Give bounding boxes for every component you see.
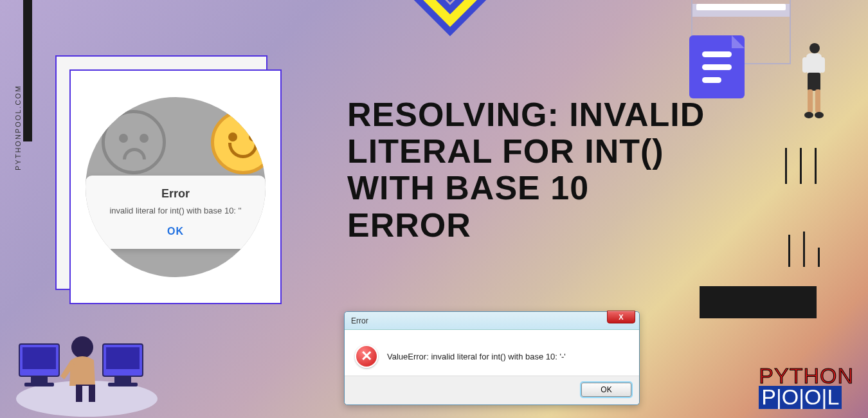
svg-rect-5 — [820, 57, 825, 73]
document-icon — [689, 35, 745, 98]
svg-point-2 — [809, 43, 820, 53]
page-title: RESOLVING: INVALID LITERAL FOR INT() WIT… — [347, 96, 707, 244]
svg-rect-8 — [815, 89, 820, 113]
win7-error-message: ValueError: invalid literal for int() wi… — [387, 352, 566, 361]
decorative-bar — [23, 0, 32, 141]
svg-rect-7 — [808, 89, 813, 113]
svg-rect-6 — [808, 73, 820, 91]
brand-logo: PYTHON P|O|O|L — [759, 365, 854, 409]
logo-bottom-text: P|O|O|L — [759, 386, 842, 409]
svg-rect-13 — [23, 347, 56, 369]
win7-error-dialog: Error X ✕ ValueError: invalid literal fo… — [344, 311, 640, 405]
sad-face-icon — [102, 110, 166, 174]
mobile-error-ok-button[interactable]: OK — [92, 226, 259, 237]
win7-dialog-title: Error — [351, 316, 368, 325]
svg-rect-3 — [806, 53, 822, 74]
win7-titlebar: Error X — [345, 312, 639, 330]
mobile-error-message: invalid literal for int() with base 10: … — [92, 206, 259, 215]
chevron-badge-icon — [395, 0, 505, 64]
svg-rect-17 — [106, 347, 140, 369]
svg-rect-19 — [108, 383, 138, 386]
svg-marker-0 — [412, 0, 489, 32]
svg-point-20 — [71, 336, 93, 358]
svg-rect-4 — [802, 57, 808, 73]
decorative-marks-bottom — [775, 228, 820, 267]
logo-top-text: PYTHON — [759, 365, 854, 386]
mobile-error-image: Error invalid literal for int() with bas… — [86, 97, 266, 277]
win7-ok-button[interactable]: OK — [581, 383, 631, 397]
svg-point-10 — [815, 112, 824, 118]
framed-image: Error invalid literal for int() with bas… — [64, 64, 276, 299]
svg-point-9 — [804, 112, 813, 118]
person-standing-icon — [797, 42, 829, 119]
decorative-marks-top — [772, 148, 817, 186]
site-url: PYTHONPOOL.COM — [14, 85, 22, 170]
mobile-error-dialog: Error invalid literal for int() with bas… — [86, 176, 266, 249]
happy-face-icon — [211, 110, 266, 174]
win7-close-button[interactable]: X — [607, 311, 635, 323]
svg-rect-15 — [24, 383, 54, 386]
decorative-block — [700, 286, 817, 318]
svg-rect-18 — [114, 376, 131, 383]
svg-rect-14 — [31, 376, 48, 383]
desk-scene-icon — [13, 309, 161, 418]
error-icon: ✕ — [355, 345, 378, 368]
mobile-error-title: Error — [92, 187, 259, 201]
